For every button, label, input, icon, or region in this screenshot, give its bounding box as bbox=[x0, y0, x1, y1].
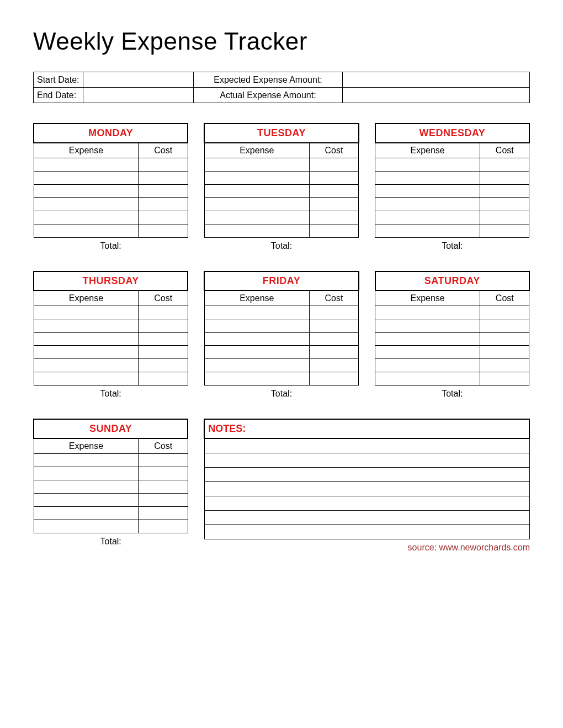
cost-cell[interactable] bbox=[309, 198, 358, 211]
expense-cell[interactable] bbox=[204, 224, 309, 238]
cost-cell[interactable] bbox=[139, 372, 188, 386]
cost-cell[interactable] bbox=[139, 306, 188, 319]
cost-cell[interactable] bbox=[309, 211, 358, 224]
expense-cell[interactable] bbox=[34, 454, 139, 467]
expense-cell[interactable] bbox=[204, 185, 309, 198]
expense-cell[interactable] bbox=[204, 372, 309, 386]
cost-cell[interactable] bbox=[480, 359, 529, 372]
cost-cell[interactable] bbox=[309, 172, 358, 185]
expected-amount-field[interactable] bbox=[343, 72, 530, 88]
cost-cell[interactable] bbox=[309, 333, 358, 346]
expense-cell[interactable] bbox=[34, 306, 139, 319]
cost-cell[interactable] bbox=[480, 372, 529, 386]
expense-cell[interactable] bbox=[204, 158, 309, 172]
cost-cell[interactable] bbox=[139, 319, 188, 333]
expense-cell[interactable] bbox=[34, 480, 139, 494]
cost-cell[interactable] bbox=[309, 158, 358, 172]
friday-block: FRIDAY Expense Cost Total: bbox=[204, 271, 359, 399]
cost-cell[interactable] bbox=[139, 185, 188, 198]
expense-cell[interactable] bbox=[34, 224, 139, 238]
expense-cell[interactable] bbox=[34, 211, 139, 224]
cost-cell[interactable] bbox=[309, 319, 358, 333]
cost-cell[interactable] bbox=[309, 359, 358, 372]
cost-cell[interactable] bbox=[139, 198, 188, 211]
expense-cell[interactable] bbox=[375, 372, 480, 386]
cost-cell[interactable] bbox=[309, 224, 358, 238]
notes-line[interactable] bbox=[204, 467, 529, 481]
expense-cell[interactable] bbox=[34, 333, 139, 346]
notes-line[interactable] bbox=[204, 453, 529, 467]
cost-cell[interactable] bbox=[309, 372, 358, 386]
expense-cell[interactable] bbox=[34, 346, 139, 359]
cost-cell[interactable] bbox=[139, 224, 188, 238]
notes-line[interactable] bbox=[204, 510, 529, 524]
cost-cell[interactable] bbox=[139, 172, 188, 185]
expense-cell[interactable] bbox=[34, 359, 139, 372]
notes-heading: NOTES: bbox=[204, 419, 529, 438]
expense-cell[interactable] bbox=[34, 372, 139, 386]
cost-cell[interactable] bbox=[480, 172, 529, 185]
expense-cell[interactable] bbox=[34, 185, 139, 198]
cost-cell[interactable] bbox=[480, 333, 529, 346]
cost-cell[interactable] bbox=[139, 507, 188, 520]
notes-line[interactable] bbox=[204, 496, 529, 510]
cost-cell[interactable] bbox=[139, 333, 188, 346]
expense-cell[interactable] bbox=[34, 494, 139, 507]
cost-cell[interactable] bbox=[309, 185, 358, 198]
cost-cell[interactable] bbox=[139, 359, 188, 372]
expense-cell[interactable] bbox=[375, 198, 480, 211]
expense-cell[interactable] bbox=[204, 333, 309, 346]
notes-line[interactable] bbox=[204, 524, 529, 539]
cost-cell[interactable] bbox=[139, 346, 188, 359]
expense-cell[interactable] bbox=[375, 359, 480, 372]
expense-cell[interactable] bbox=[34, 319, 139, 333]
expense-cell[interactable] bbox=[34, 172, 139, 185]
thursday-block: THURSDAY Expense Cost Total: bbox=[33, 271, 188, 399]
notes-line[interactable] bbox=[204, 481, 529, 496]
expense-header: Expense bbox=[34, 438, 139, 454]
actual-amount-field[interactable] bbox=[343, 88, 530, 103]
expense-cell[interactable] bbox=[375, 185, 480, 198]
expense-cell[interactable] bbox=[375, 224, 480, 238]
cost-cell[interactable] bbox=[139, 494, 188, 507]
expense-cell[interactable] bbox=[204, 198, 309, 211]
cost-cell[interactable] bbox=[139, 454, 188, 467]
expense-cell[interactable] bbox=[34, 507, 139, 520]
cost-cell[interactable] bbox=[139, 467, 188, 480]
cost-cell[interactable] bbox=[480, 198, 529, 211]
expense-cell[interactable] bbox=[375, 346, 480, 359]
expense-cell[interactable] bbox=[34, 520, 139, 533]
expense-cell[interactable] bbox=[375, 333, 480, 346]
start-date-field[interactable] bbox=[83, 72, 194, 88]
cost-cell[interactable] bbox=[480, 185, 529, 198]
expense-cell[interactable] bbox=[204, 306, 309, 319]
expense-cell[interactable] bbox=[375, 211, 480, 224]
days-row-1: MONDAY Expense Cost Total: TUESDAY Expen… bbox=[33, 123, 530, 251]
expense-cell[interactable] bbox=[204, 359, 309, 372]
expense-cell[interactable] bbox=[204, 211, 309, 224]
cost-cell[interactable] bbox=[480, 306, 529, 319]
cost-cell[interactable] bbox=[480, 319, 529, 333]
notes-line[interactable] bbox=[204, 438, 529, 453]
cost-cell[interactable] bbox=[309, 346, 358, 359]
expense-cell[interactable] bbox=[34, 158, 139, 172]
cost-cell[interactable] bbox=[309, 306, 358, 319]
expense-cell[interactable] bbox=[204, 172, 309, 185]
cost-cell[interactable] bbox=[480, 158, 529, 172]
cost-cell[interactable] bbox=[139, 211, 188, 224]
expense-cell[interactable] bbox=[34, 467, 139, 480]
cost-cell[interactable] bbox=[139, 158, 188, 172]
expense-cell[interactable] bbox=[204, 346, 309, 359]
expense-cell[interactable] bbox=[375, 306, 480, 319]
expense-cell[interactable] bbox=[375, 319, 480, 333]
cost-cell[interactable] bbox=[480, 211, 529, 224]
expense-cell[interactable] bbox=[375, 158, 480, 172]
cost-cell[interactable] bbox=[139, 480, 188, 494]
end-date-field[interactable] bbox=[83, 88, 194, 103]
cost-cell[interactable] bbox=[139, 520, 188, 533]
expense-cell[interactable] bbox=[204, 319, 309, 333]
expense-cell[interactable] bbox=[375, 172, 480, 185]
cost-cell[interactable] bbox=[480, 224, 529, 238]
cost-cell[interactable] bbox=[480, 346, 529, 359]
expense-cell[interactable] bbox=[34, 198, 139, 211]
